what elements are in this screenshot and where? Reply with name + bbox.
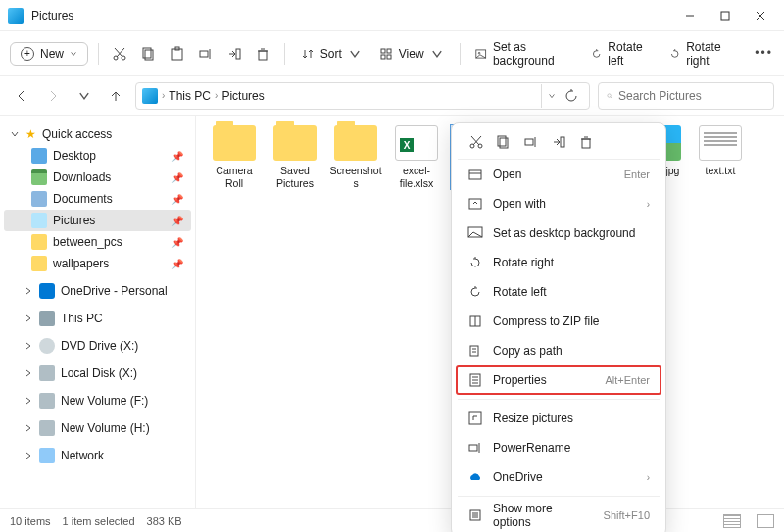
svg-rect-54 [469, 412, 481, 424]
svg-rect-55 [469, 445, 477, 451]
chevron-down-icon[interactable] [548, 92, 556, 100]
svg-rect-10 [172, 49, 182, 60]
chevron-down-icon [430, 47, 444, 61]
search-input[interactable] [618, 89, 765, 103]
downloads-icon [31, 169, 47, 185]
details-view-button[interactable] [723, 514, 741, 528]
sidebar-dvd[interactable]: DVD Drive (X:) [4, 335, 191, 357]
sidebar-label: Local Disk (X:) [61, 366, 137, 380]
paste-button[interactable] [166, 40, 188, 68]
rename-button[interactable] [194, 40, 217, 68]
ctx-label: Copy as path [493, 344, 650, 358]
chevron-down-icon [348, 47, 362, 61]
new-button[interactable]: + New [10, 42, 88, 66]
sidebar-item-documents[interactable]: Documents📌 [4, 188, 191, 210]
ctx-properties[interactable]: PropertiesAlt+Enter [458, 365, 660, 395]
folder-item[interactable]: Saved Pictures [269, 125, 321, 189]
recent-button[interactable] [73, 84, 96, 108]
file-item-excel[interactable]: excel-file.xlsx [390, 125, 443, 189]
context-menu: OpenEnter Open with› Set as desktop back… [451, 122, 666, 532]
folder-item[interactable]: Camera Roll [208, 125, 261, 189]
ctx-copy-as-path[interactable]: Copy as path [458, 336, 660, 365]
back-button[interactable] [10, 84, 33, 108]
breadcrumb-segment[interactable]: Pictures [221, 89, 264, 103]
svg-rect-47 [470, 346, 478, 356]
copy-button[interactable] [137, 40, 160, 68]
ctx-open[interactable]: OpenEnter [458, 160, 660, 189]
window-title: Pictures [31, 9, 674, 23]
breadcrumb-segment[interactable]: This PC [169, 89, 211, 103]
ctx-rotate-left[interactable]: Rotate left [458, 277, 660, 307]
ctx-powerrename[interactable]: PowerRename [458, 433, 660, 462]
background-icon [467, 225, 483, 241]
set-as-background-button[interactable]: Set as background [469, 36, 578, 72]
svg-rect-35 [525, 139, 533, 145]
sidebar-item-pictures[interactable]: Pictures📌 [4, 210, 191, 231]
separator [458, 399, 660, 400]
ctx-compress-zip[interactable]: Compress to ZIP file [458, 307, 660, 336]
ctx-copy-button[interactable] [495, 133, 513, 151]
rotate-right-button[interactable]: Rotate right [663, 36, 742, 72]
forward-button[interactable] [41, 84, 65, 108]
chevron-right-icon: › [215, 90, 218, 101]
background-icon [475, 47, 486, 61]
sidebar-vol-h[interactable]: New Volume (H:) [4, 417, 191, 439]
sidebar-network[interactable]: Network [4, 445, 191, 466]
ctx-rotate-right[interactable]: Rotate right [458, 248, 660, 277]
sidebar-local-disk[interactable]: Local Disk (X:) [4, 363, 191, 384]
delete-button[interactable] [252, 40, 274, 68]
refresh-button[interactable] [560, 84, 583, 108]
sidebar-vol-f[interactable]: New Volume (F:) [4, 390, 191, 411]
large-icons-view-button[interactable] [757, 514, 774, 528]
maximize-button[interactable] [710, 2, 741, 29]
sidebar-item-between-pcs[interactable]: between_pcs📌 [4, 231, 191, 253]
ctx-show-more-options[interactable]: Show more optionsShift+F10 [458, 501, 660, 530]
ctx-share-button[interactable] [550, 133, 567, 151]
ctx-label: Open [493, 168, 614, 181]
ctx-cut-button[interactable] [467, 133, 485, 151]
chevron-right-icon [24, 314, 33, 323]
ctx-delete-button[interactable] [577, 133, 595, 151]
sort-button[interactable]: Sort [295, 43, 368, 65]
search-box[interactable] [598, 82, 774, 110]
sidebar-label: This PC [61, 312, 103, 325]
app-icon [8, 8, 24, 24]
ctx-open-with[interactable]: Open with› [458, 189, 660, 218]
folder-item[interactable]: Screenshots [329, 125, 382, 189]
view-button[interactable]: View [373, 43, 450, 65]
ctx-rename-button[interactable] [522, 133, 540, 151]
pc-icon [39, 311, 55, 326]
sidebar-item-desktop[interactable]: Desktop📌 [4, 145, 191, 167]
ctx-label: Compress to ZIP file [493, 314, 650, 328]
share-button[interactable] [223, 40, 246, 68]
pin-icon: 📌 [172, 194, 183, 205]
sidebar-onedrive[interactable]: OneDrive - Personal [4, 280, 191, 302]
ctx-label: OneDrive [493, 470, 650, 484]
sidebar-this-pc[interactable]: This PC [4, 308, 191, 329]
sidebar-label: New Volume (H:) [61, 421, 150, 435]
body: ★ Quick access Desktop📌 Downloads📌 Docum… [0, 116, 784, 508]
sidebar-item-downloads[interactable]: Downloads📌 [4, 167, 191, 188]
cut-button[interactable] [109, 40, 131, 68]
ctx-resize-pictures[interactable]: Resize pictures [458, 404, 660, 433]
location-icon [142, 88, 158, 104]
set-bg-label: Set as background [493, 40, 573, 68]
ctx-label: Resize pictures [493, 411, 650, 425]
ctx-label: Set as desktop background [493, 226, 650, 240]
file-item-text[interactable]: text.txt [694, 125, 747, 189]
sidebar-item-wallpapers[interactable]: wallpapers📌 [4, 253, 191, 274]
close-button[interactable] [745, 2, 776, 29]
chevron-right-icon: › [162, 90, 165, 101]
up-button[interactable] [104, 84, 127, 108]
breadcrumb[interactable]: › This PC › Pictures [135, 82, 590, 110]
ctx-set-as-desktop-background[interactable]: Set as desktop background [458, 218, 660, 248]
chevron-right-icon: › [647, 199, 650, 210]
minimize-button[interactable] [674, 2, 706, 29]
ctx-onedrive[interactable]: OneDrive› [458, 462, 660, 492]
ctx-label: PowerRename [493, 441, 650, 455]
svg-rect-14 [236, 49, 240, 59]
rotate-left-button[interactable]: Rotate left [585, 36, 658, 72]
sidebar-quick-access[interactable]: ★ Quick access [4, 123, 191, 145]
zip-icon [467, 314, 483, 329]
more-button[interactable]: ••• [752, 40, 774, 68]
